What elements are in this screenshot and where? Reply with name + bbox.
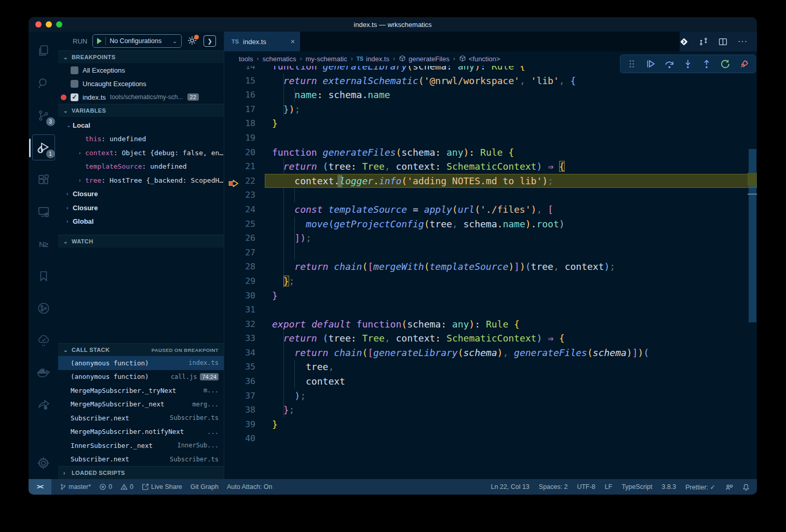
call-stack-frame[interactable]: MergeMapSubscriber._tryNextm... xyxy=(58,384,224,398)
status-item-lf[interactable]: LF xyxy=(605,483,613,490)
step-into-button[interactable] xyxy=(680,56,696,72)
close-tab-icon[interactable]: × xyxy=(291,37,295,46)
gitlens-icon[interactable] xyxy=(680,37,688,46)
variable-row[interactable]: ›Closure xyxy=(58,201,224,215)
breadcrumb-item[interactable]: <function> xyxy=(459,55,500,63)
step-out-button[interactable] xyxy=(698,56,715,72)
status-item-live-share[interactable]: Live Share xyxy=(142,483,182,490)
line-number[interactable]: 26 xyxy=(224,231,255,245)
breadcrumb-item[interactable]: my-schematic xyxy=(306,55,347,63)
settings-gear-icon[interactable] xyxy=(31,447,56,479)
call-stack-frame[interactable]: InnerSubscriber._nextInnerSub... xyxy=(58,439,224,453)
line-number[interactable]: 27 xyxy=(224,245,255,260)
breakpoint-row[interactable]: All Exceptions xyxy=(58,63,224,77)
maximize-window-button[interactable] xyxy=(56,21,62,28)
status-item-auto-attach-on[interactable]: Auto Attach: On xyxy=(227,483,273,490)
breakpoint-checkbox[interactable]: ✓ xyxy=(71,93,78,101)
status-item-feedback[interactable] xyxy=(725,483,733,491)
call-stack-frame[interactable]: (anonymous function)index.ts xyxy=(58,356,224,370)
call-stack-section-header[interactable]: ⌄ CALL STACK PAUSED ON BREAKPOINT xyxy=(58,343,224,356)
more-actions-icon[interactable]: ··· xyxy=(738,37,748,46)
activity-item-source-control[interactable]: 3 xyxy=(31,99,56,131)
line-number[interactable]: 18 xyxy=(224,116,255,131)
variable-row[interactable]: ›context: Object {debug: false, en… xyxy=(58,146,224,160)
activity-item-bookmarks[interactable] xyxy=(31,260,56,292)
status-item-spaces-2[interactable]: Spaces: 2 xyxy=(539,483,568,490)
call-stack-frame[interactable]: Subscriber.nextSubscriber.ts xyxy=(58,411,224,425)
call-stack-frame[interactable]: MergeMapSubscriber._nextmerg... xyxy=(58,398,224,412)
breakpoints-section-header[interactable]: ⌄ BREAKPOINTS xyxy=(58,50,224,63)
line-number[interactable]: 36 xyxy=(224,374,255,389)
activity-item-todo-tree[interactable] xyxy=(31,324,56,357)
activity-item-run-debug[interactable]: 1 xyxy=(31,131,56,163)
breadcrumb-item[interactable]: tools xyxy=(239,55,253,63)
breadcrumb-item[interactable]: generateFiles xyxy=(399,55,450,63)
status-item-git-graph[interactable]: Git Graph xyxy=(191,483,219,490)
breakpoint-row[interactable]: Uncaught Exceptions xyxy=(58,77,224,90)
breakpoint-checkbox[interactable] xyxy=(71,80,78,88)
line-number[interactable]: 29 xyxy=(224,274,255,289)
step-over-button[interactable] xyxy=(661,56,677,72)
window-controls[interactable] xyxy=(35,21,62,28)
call-stack-frame[interactable]: MergeMapSubscriber.notifyNext... xyxy=(58,425,224,439)
call-stack-frame[interactable]: Subscriber.nextSubscriber.ts xyxy=(58,453,224,467)
minimize-window-button[interactable] xyxy=(46,21,52,28)
line-number[interactable]: 31 xyxy=(224,303,255,317)
status-item-typescript[interactable]: TypeScript xyxy=(621,483,652,490)
line-number[interactable]: 34 xyxy=(224,346,255,360)
drag-grip-icon[interactable] xyxy=(624,56,640,72)
loaded-scripts-section-header[interactable]: › LOADED SCRIPTS xyxy=(58,466,224,479)
status-item-0[interactable]: 0 xyxy=(99,483,112,490)
continue-button[interactable] xyxy=(642,56,659,72)
variable-row[interactable]: templateSource: undefined xyxy=(58,160,224,174)
variable-row[interactable]: ›Global xyxy=(58,215,224,229)
variable-row[interactable]: this: undefined xyxy=(58,132,224,146)
breadcrumb-item[interactable]: TSindex.ts xyxy=(357,55,389,63)
tab-index-ts[interactable]: TS index.ts × xyxy=(224,32,300,51)
line-number[interactable]: 33 xyxy=(224,331,255,346)
variables-section-header[interactable]: ⌄ VARIABLES xyxy=(58,104,224,117)
activity-item-search[interactable] xyxy=(31,67,56,99)
line-number[interactable]: 15 xyxy=(224,74,255,88)
line-number[interactable]: 25 xyxy=(224,217,255,231)
line-number[interactable]: 38 xyxy=(224,403,255,417)
activity-item-extensions[interactable] xyxy=(31,163,56,196)
call-stack-frame[interactable]: (anonymous function)call.js74:24 xyxy=(58,370,224,384)
line-number[interactable]: 14 xyxy=(224,66,255,74)
close-window-button[interactable] xyxy=(35,21,42,28)
status-item-prettier-[interactable]: Prettier: ✓ xyxy=(685,483,715,491)
status-item-ln-22-col-13[interactable]: Ln 22, Col 13 xyxy=(491,483,529,490)
breakpoint-checkbox[interactable] xyxy=(71,66,78,74)
line-number[interactable]: 17 xyxy=(224,102,255,117)
activity-item-docker[interactable] xyxy=(31,357,56,389)
line-number[interactable]: 28 xyxy=(224,260,255,274)
activity-item-project-share[interactable] xyxy=(31,389,56,421)
variable-row[interactable]: ›Closure xyxy=(58,187,224,201)
debug-settings-button[interactable] xyxy=(187,35,198,47)
breakpoint-row[interactable]: ✓index.tstools/schematics/my-sch...22 xyxy=(58,90,224,104)
breadcrumb-item[interactable]: schematics xyxy=(262,55,296,63)
status-item-utf-8[interactable]: UTF-8 xyxy=(577,483,595,490)
disconnect-button[interactable] xyxy=(736,56,752,72)
restart-button[interactable] xyxy=(717,56,734,72)
line-number[interactable]: 39 xyxy=(224,417,255,432)
line-number[interactable]: 32 xyxy=(224,317,255,332)
line-number[interactable]: 37 xyxy=(224,389,255,403)
activity-item-remote-explorer[interactable] xyxy=(31,196,56,228)
variable-row[interactable]: ⌄Local xyxy=(58,118,224,132)
start-debug-icon[interactable] xyxy=(97,38,102,44)
line-number[interactable]: 35 xyxy=(224,360,255,374)
line-number[interactable]: 21 xyxy=(224,159,255,174)
remote-indicator[interactable]: >< xyxy=(29,479,51,495)
activity-item-explorer[interactable] xyxy=(31,35,56,67)
line-number[interactable]: 16 xyxy=(224,88,255,102)
variable-row[interactable]: ›tree: HostTree {_backend: ScopedH… xyxy=(58,173,224,187)
activity-item-nx-console[interactable]: N≥ xyxy=(31,228,56,260)
compare-changes-icon[interactable] xyxy=(699,37,708,46)
activity-item-git-graph[interactable] xyxy=(31,292,56,324)
editor-scrollbar[interactable] xyxy=(748,66,757,479)
open-debug-console-button[interactable]: ❯ xyxy=(204,35,216,47)
line-number[interactable]: 30 xyxy=(224,289,255,303)
status-item-3-8-3[interactable]: 3.8.3 xyxy=(661,483,676,490)
status-item-bell[interactable] xyxy=(742,483,750,491)
